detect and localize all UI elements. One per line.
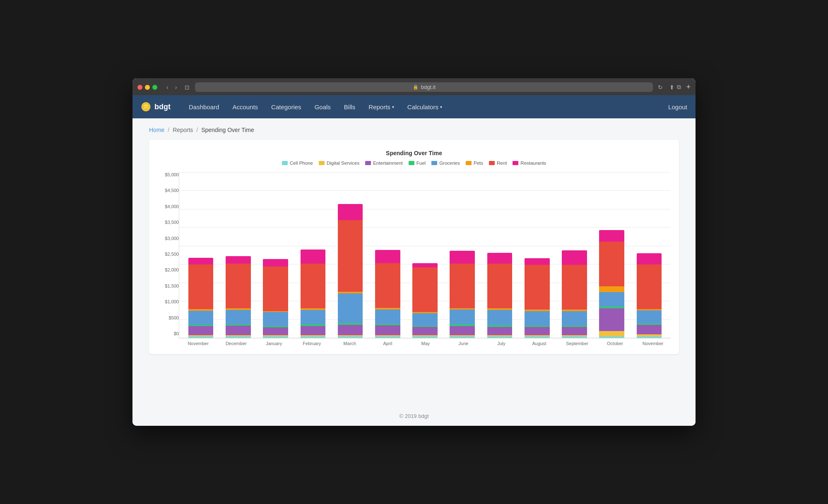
tabs-button[interactable]: ⧉: [677, 84, 681, 91]
bar-segment-groceries: [226, 310, 251, 324]
x-axis-label: August: [522, 338, 557, 346]
nav-goals[interactable]: Goals: [309, 100, 337, 114]
bar-segment-restaurants: [450, 251, 475, 264]
fullscreen-button[interactable]: [152, 85, 157, 90]
bar-segment-cell_phone: [375, 336, 400, 338]
x-axis-label: April: [370, 338, 406, 346]
y-axis-label: $0: [174, 331, 179, 336]
bar-stack: [375, 250, 400, 338]
reload-button[interactable]: ↻: [658, 84, 663, 91]
x-labels: NovemberDecemberJanuaryFebruaryMarchApri…: [179, 338, 671, 346]
legend-label: Restaurants: [520, 161, 546, 166]
x-axis-label: November: [181, 338, 216, 346]
nav-calculators[interactable]: Calculators ▾: [402, 100, 448, 114]
x-axis-label: March: [332, 338, 368, 346]
bar-segment-restaurants: [637, 253, 662, 264]
y-axis-label: $3,500: [165, 220, 179, 225]
y-axis-label: $2,500: [165, 252, 179, 257]
legend-color: [513, 161, 518, 165]
close-button[interactable]: [137, 85, 142, 90]
bar-segment-restaurants: [562, 250, 587, 265]
y-axis-label: $1,500: [165, 283, 179, 288]
forward-button[interactable]: ›: [173, 83, 180, 91]
bar-segment-groceries: [188, 311, 214, 325]
breadcrumb-reports[interactable]: Reports: [173, 127, 193, 133]
chart-title: Spending Over Time: [157, 150, 671, 156]
y-axis-label: $2,000: [165, 267, 179, 272]
bar-segment-digital_services: [599, 331, 624, 336]
x-axis-label: June: [446, 338, 481, 346]
nav-accounts[interactable]: Accounts: [226, 100, 264, 114]
legend-label: Groceries: [439, 161, 460, 166]
bar-segment-entertainment: [525, 327, 550, 335]
bar-stack: [637, 253, 662, 338]
bar-segment-groceries: [263, 312, 288, 326]
logo-text: bdgt: [154, 103, 171, 111]
bar-segment-entertainment: [450, 326, 475, 335]
bar-segment-groceries: [637, 310, 662, 324]
legend-label: Pets: [474, 161, 483, 166]
bar-segment-cell_phone: [188, 336, 214, 338]
bar-segment-entertainment: [338, 325, 363, 335]
app-navbar: 🪙 bdgt Dashboard Accounts Categories Goa…: [132, 95, 696, 118]
page-footer: © 2019 bdgt: [132, 406, 696, 426]
back-button[interactable]: ‹: [164, 83, 171, 91]
bar-segment-entertainment: [599, 308, 624, 331]
bar-segment-cell_phone: [599, 336, 624, 338]
bar-stack: [188, 258, 214, 338]
logout-button[interactable]: Logout: [668, 103, 687, 110]
bar-segment-cell_phone: [226, 336, 251, 338]
bar-group: [520, 175, 554, 338]
legend-label: Rent: [497, 161, 507, 166]
bar-segment-rent: [375, 263, 400, 308]
new-tab-button[interactable]: +: [686, 83, 691, 91]
bar-segment-groceries: [338, 293, 363, 323]
bar-segment-cell_phone: [301, 336, 326, 338]
chart-plot-area: NovemberDecemberJanuaryFebruaryMarchApri…: [179, 172, 671, 346]
bar-group: [296, 175, 330, 338]
legend-color: [489, 161, 495, 165]
bar-segment-restaurants: [301, 250, 326, 264]
breadcrumb-home[interactable]: Home: [149, 127, 164, 133]
bar-segment-cell_phone: [412, 336, 438, 338]
bars-container: [179, 172, 671, 338]
legend-item: Cell Phone: [282, 161, 313, 166]
nav-reports[interactable]: Reports ▾: [363, 100, 400, 114]
bar-segment-rent: [450, 264, 475, 308]
bar-segment-groceries: [375, 310, 400, 324]
bar-segment-rent: [525, 265, 550, 310]
legend-label: Cell Phone: [290, 161, 313, 166]
nav-categories[interactable]: Categories: [265, 100, 307, 114]
url-text: bdgt.it: [421, 84, 436, 90]
bar-segment-restaurants: [525, 258, 550, 265]
nav-dashboard[interactable]: Dashboard: [183, 100, 225, 114]
legend-item: Fuel: [409, 161, 426, 166]
bar-segment-entertainment: [263, 327, 288, 335]
address-bar[interactable]: 🔒 bdgt.it: [195, 82, 653, 92]
bar-segment-entertainment: [637, 325, 662, 334]
chart-card: Spending Over Time Cell PhoneDigital Ser…: [149, 140, 679, 354]
bar-segment-rent: [263, 266, 288, 311]
x-axis-label: November: [635, 338, 671, 346]
bar-segment-cell_phone: [450, 336, 475, 338]
bar-group: [482, 175, 517, 338]
window-toggle-button[interactable]: ⊡: [183, 83, 192, 91]
reports-caret-icon: ▾: [392, 105, 394, 109]
share-button[interactable]: ⬆: [669, 84, 674, 91]
legend-item: Rent: [489, 161, 507, 166]
legend-item: Pets: [466, 161, 483, 166]
y-axis: $5,000$4,500$4,000$3,500$3,000$2,500$2,0…: [157, 172, 179, 346]
breadcrumb: Home / Reports / Spending Over Time: [149, 127, 679, 133]
bar-segment-rent: [188, 264, 214, 309]
legend-item: Groceries: [431, 161, 460, 166]
legend-color: [431, 161, 437, 165]
bar-segment-groceries: [301, 310, 326, 324]
lock-icon: 🔒: [413, 84, 419, 90]
y-axis-label: $5,000: [165, 172, 179, 177]
minimize-button[interactable]: [145, 85, 150, 90]
x-axis-label: September: [559, 338, 595, 346]
chart-area: $5,000$4,500$4,000$3,500$3,000$2,500$2,0…: [157, 172, 671, 346]
nav-bills[interactable]: Bills: [338, 100, 361, 114]
bar-segment-entertainment: [301, 326, 326, 335]
bar-segment-rent: [338, 220, 363, 292]
